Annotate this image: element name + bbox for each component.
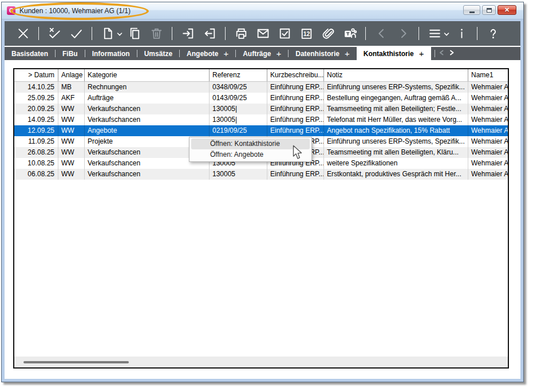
toolbar-separator — [172, 27, 172, 40]
table-row[interactable]: 20.09.25WWVerkaufschancen130005|Einführu… — [14, 104, 508, 114]
table-cell: Erstkontakt, produktives Gespräch mit He… — [324, 169, 468, 180]
column-header[interactable]: Anlage — [58, 69, 85, 81]
tab-ums-tze[interactable]: Umsätze — [137, 47, 179, 60]
table-row[interactable]: 14.10.25MBRechnungen0348/09/25Einführung… — [14, 82, 508, 93]
check-icon[interactable] — [69, 26, 84, 41]
tab-nav — [435, 47, 456, 60]
tab-bar: BasisdatenFiBuInformationUmsätzeAngebote… — [5, 47, 520, 60]
table-cell: Einführung ERP... — [267, 114, 324, 125]
tab-information[interactable]: Information — [85, 47, 137, 60]
import-icon[interactable] — [180, 26, 196, 41]
table-row[interactable]: 06.08.25WWVerkaufschancen130005Einführun… — [14, 169, 508, 180]
minimize-icon — [469, 11, 475, 13]
add-icon[interactable]: + — [345, 49, 350, 58]
tab-fibu[interactable]: FiBu — [56, 47, 85, 60]
column-header[interactable]: Referenz — [210, 69, 267, 81]
table-cell: Telefonat mit Herr Müller, das weitere V… — [324, 114, 468, 125]
table-cell: 10.08.25 — [14, 158, 58, 169]
tab-page-kontakthistorie: > DatumAnlageKategorieReferenzKurzbeschr… — [5, 60, 520, 379]
tab-basisdaten[interactable]: Basisdaten — [5, 47, 55, 60]
calendar-icon[interactable]: 12 — [299, 26, 314, 41]
table-cell: Wehmaier AG — [468, 114, 508, 125]
envelope-icon[interactable] — [255, 26, 271, 41]
table-cell: Wehmaier AG — [468, 147, 508, 158]
tab-datenhistorie[interactable]: Datenhistorie+ — [289, 47, 356, 60]
copy-icon[interactable] — [127, 26, 143, 41]
close-icon: ✕ — [504, 7, 510, 13]
checkbox-icon[interactable] — [277, 26, 293, 41]
x-icon[interactable] — [15, 26, 31, 41]
check-x-icon[interactable] — [47, 26, 62, 41]
table-cell: 20.09.25 — [14, 104, 58, 114]
menu-item-öffnen-kontakthistorie[interactable]: Öffnen: Kontakthistorie — [191, 138, 310, 149]
table-cell: 06.08.25 — [14, 169, 58, 180]
table-cell: Verkaufschancen — [85, 104, 210, 114]
tab-next-button[interactable] — [448, 49, 456, 59]
table-cell: Einführung unseres ERP-Systems, Spezifik… — [324, 136, 468, 147]
toolbar-separator — [38, 27, 39, 40]
tab-kontakthistorie[interactable]: Kontakthistorie+ — [357, 47, 431, 60]
table-cell: Einführung ERP... — [267, 93, 324, 104]
table-cell: 11.09.25 — [14, 136, 58, 147]
table-cell: Wehmaier AG — [468, 82, 508, 93]
toolbar-separator — [365, 27, 366, 40]
table-cell: WW — [58, 114, 85, 125]
scrollbar-thumb[interactable] — [23, 361, 129, 363]
window-content: 12 BasisdatenFiBuInformationUmsätzeAngeb… — [5, 21, 520, 379]
table-cell: Wehmaier AG — [468, 104, 508, 114]
menu-icon[interactable] — [427, 26, 443, 41]
table-cell: WW — [58, 169, 85, 180]
window-title: Kunden : 10000, Wehmaier AG (1/1) — [19, 7, 131, 15]
table-cell: Teamsmeeting mit allen Beteiligten, Klär… — [324, 147, 468, 158]
add-icon[interactable]: + — [419, 49, 424, 58]
column-header[interactable]: > Datum — [14, 69, 58, 81]
table-row[interactable]: 12.09.25WWAngebote0219/09/25Einführung E… — [14, 125, 508, 136]
add-icon[interactable]: + — [223, 49, 228, 58]
tab-angebote[interactable]: Angebote+ — [180, 47, 235, 60]
tab-auftr-ge[interactable]: Aufträge+ — [236, 47, 288, 60]
restore-button[interactable] — [482, 5, 496, 15]
table-cell: Wehmaier AG — [468, 136, 508, 147]
column-header[interactable]: Name1 — [468, 69, 508, 81]
toolbar-separator — [418, 27, 419, 40]
table-cell: Einführung ERP... — [267, 104, 324, 114]
toolbar-separator — [225, 27, 226, 40]
paperclip-icon[interactable] — [321, 26, 336, 41]
column-header[interactable]: Kategorie — [85, 69, 210, 81]
titlebar[interactable]: C Kunden : 10000, Wehmaier AG (1/1) ✕ — [2, 2, 523, 19]
minimize-button[interactable] — [463, 5, 480, 15]
new-document-icon[interactable] — [100, 26, 116, 41]
table-cell: Einführung ERP... — [267, 82, 324, 93]
tab-label: Basisdaten — [11, 50, 48, 58]
close-button[interactable]: ✕ — [498, 5, 516, 15]
table-cell: Einführung ERP... — [267, 169, 324, 180]
info-icon[interactable] — [454, 26, 469, 41]
horizontal-scrollbar[interactable] — [14, 357, 508, 367]
table-cell: Angebote — [85, 125, 210, 136]
chevron-left-icon — [374, 26, 389, 41]
table-cell: 0219/09/25 — [210, 125, 267, 136]
table-cell: Wehmaier AG — [468, 169, 508, 180]
table-cell: Aufträge — [85, 93, 210, 104]
table-header-row: > DatumAnlageKategorieReferenzKurzbeschr… — [14, 69, 508, 82]
table-row[interactable]: 25.09.25AKFAufträge0143/09/25Einführung … — [14, 93, 508, 104]
table-cell: Bestellung eingegangen, Auftrag gemäß A.… — [324, 93, 468, 104]
table-cell: 130005| — [210, 104, 267, 114]
table-cell: Teamsmeeting mit allen Beteiligten; Fest… — [324, 104, 468, 114]
menu-item-öffnen-angebote[interactable]: Öffnen: Angebote — [191, 149, 310, 160]
add-icon[interactable]: + — [277, 49, 282, 58]
table-cell: WW — [58, 125, 85, 136]
help-icon[interactable] — [485, 26, 501, 41]
export-icon[interactable] — [202, 26, 218, 41]
table-cell: 130005| — [210, 114, 267, 125]
table-cell: WW — [58, 147, 85, 158]
column-header[interactable]: Notiz — [324, 69, 468, 81]
table-cell: Wehmaier AG — [468, 158, 508, 169]
column-header[interactable]: Kurzbeschreibu... — [267, 69, 324, 81]
table-cell: Wehmaier AG — [468, 125, 508, 136]
table-row[interactable]: 14.09.25WWVerkaufschancen130005|Einführu… — [14, 114, 508, 125]
printer-icon[interactable] — [234, 26, 249, 41]
teams-icon[interactable] — [342, 26, 358, 41]
toolbar: 12 — [5, 21, 520, 46]
table-cell: Rechnungen — [85, 82, 210, 93]
